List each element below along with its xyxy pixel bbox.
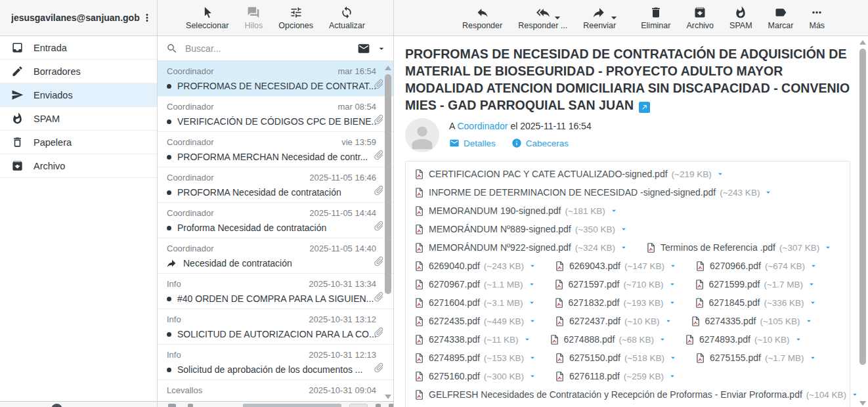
attachment-item[interactable]: 6275150.pdf(~518 KB)	[554, 349, 678, 367]
attachment-menu-caret-icon[interactable]	[527, 298, 536, 307]
attachment-item[interactable]: INFORME DE DETERMINACION DE NECESIDAD -s…	[414, 183, 773, 202]
message-row[interactable]: Coordinadorvie 13:59PROFORMA MERCHAN Nec…	[158, 132, 393, 167]
attachment-menu-caret-icon[interactable]	[523, 335, 532, 344]
archivo-button[interactable]: Archivo	[686, 6, 714, 30]
dropdown-caret-icon[interactable]	[551, 11, 559, 20]
attachment-item[interactable]: IMPORFACTORY Necesidades de Contratación…	[414, 404, 862, 407]
attachment-menu-caret-icon[interactable]	[619, 243, 628, 252]
sidebar-item-enviados[interactable]: Enviados	[0, 83, 157, 107]
scrollbar-thumb[interactable]	[859, 49, 866, 365]
sidebar-item-archivo[interactable]: Archivo	[0, 154, 157, 178]
seleccionar-button[interactable]: Seleccionar	[186, 6, 228, 30]
attachment-item[interactable]: 6271845.pdf(~336 KB)	[694, 293, 817, 312]
attachment-item[interactable]: 6270967.pdf(~1.1 MB)	[414, 275, 536, 293]
scroll-up-arrow[interactable]	[385, 66, 391, 70]
attachment-menu-caret-icon[interactable]	[664, 316, 673, 326]
mas-button[interactable]: Más	[809, 6, 825, 30]
responder-button[interactable]: Responder	[462, 6, 502, 30]
attachment-menu-caret-icon[interactable]	[528, 316, 537, 326]
attachment-item[interactable]: 6275160.pdf(~300 KB)	[414, 367, 537, 385]
attachment-item[interactable]: 6271604.pdf(~3.1 MB)	[414, 293, 536, 312]
scroll-down-arrow[interactable]	[385, 395, 391, 399]
message-list-scrollbar[interactable]	[384, 66, 392, 399]
message-row[interactable]: Lcevallos2025-10-31 09:04	[158, 380, 393, 401]
attachment-item[interactable]: 6269043.pdf(~147 KB)	[554, 257, 678, 275]
attachment-item[interactable]: 6274335.pdf(~105 KB)	[690, 312, 814, 330]
search-scope-caret-icon[interactable]	[376, 43, 387, 54]
recipient-link[interactable]: Coordinador	[457, 121, 508, 131]
attachment-item[interactable]: 6276118.pdf(~259 KB)	[554, 367, 677, 385]
attachment-menu-caret-icon[interactable]	[528, 261, 537, 270]
attachment-menu-caret-icon[interactable]	[668, 280, 677, 289]
attachment-item[interactable]: MEMORANDUM 190-signed.pdf(~181 KB)	[414, 202, 618, 220]
attachment-menu-caret-icon[interactable]	[668, 261, 678, 270]
attachment-menu-caret-icon[interactable]	[527, 280, 536, 289]
headers-link[interactable]: Cabeceras	[511, 138, 569, 148]
eliminar-button[interactable]: Eliminar	[641, 6, 670, 30]
attachment-item[interactable]: 6274888.pdf(~68 KB)	[549, 330, 668, 349]
details-link[interactable]: Detalles	[449, 138, 496, 148]
attachment-item[interactable]: 6274895.pdf(~153 KB)	[414, 349, 537, 367]
attachment-menu-caret-icon[interactable]	[528, 353, 537, 362]
attachment-item[interactable]: CERTIFICACION PAC Y CATE ACTUALIZADO-sig…	[414, 165, 725, 183]
attachment-menu-caret-icon[interactable]	[807, 280, 816, 289]
attachment-item[interactable]: 6269040.pdf(~243 KB)	[414, 257, 537, 275]
message-row[interactable]: Coordinadormar 16:54PROFROMAS DE NECESID…	[158, 61, 393, 96]
attachment-menu-caret-icon[interactable]	[804, 316, 814, 326]
sidebar-item-entrada[interactable]: Entrada	[0, 36, 157, 60]
attachment-item[interactable]: Terminos de Referencia .pdf(~307 KB)	[645, 238, 833, 257]
attachment-menu-caret-icon[interactable]	[823, 243, 833, 252]
attachment-menu-caret-icon[interactable]	[716, 169, 725, 179]
scrollbar-thumb[interactable]	[385, 74, 391, 294]
opciones-button[interactable]: Opciones	[278, 6, 313, 30]
marcar-button[interactable]: Marcar	[768, 6, 794, 30]
attachment-menu-caret-icon[interactable]	[764, 188, 773, 197]
dropdown-caret-icon[interactable]	[607, 11, 616, 20]
message-row[interactable]: Info2025-10-31 12:13Solicitud de aprobac…	[158, 345, 393, 380]
attachment-menu-caret-icon[interactable]	[619, 225, 628, 234]
attachment-item[interactable]: MEMORÁNDUM Nº922-signed.pdf(~324 KB)	[414, 238, 628, 257]
attachment-menu-caret-icon[interactable]	[528, 372, 537, 381]
message-row[interactable]: Info2025-10-31 13:34#40 ORDEN DE COMPRA …	[158, 274, 393, 309]
attachment-item[interactable]: 6272435.pdf(~449 KB)	[414, 312, 537, 330]
reenviar-button[interactable]: Reenviar	[583, 6, 616, 30]
attachment-menu-caret-icon[interactable]	[809, 261, 818, 270]
responder-button[interactable]: Responder ...	[518, 6, 567, 30]
scroll-down-arrow[interactable]	[859, 401, 866, 406]
attachment-item[interactable]: MEMORÁNDUM Nº889-signed.pdf(~350 KB)	[414, 220, 628, 238]
message-row[interactable]: Coordinadormar 08:54VERIFICACIÓN DE CÓDI…	[158, 96, 393, 132]
hilos-button[interactable]: Hilos	[244, 6, 263, 30]
sidebar-item-borradores[interactable]: Borradores	[0, 60, 157, 83]
spam-button[interactable]: SPAM	[729, 6, 752, 30]
attachment-menu-caret-icon[interactable]	[668, 372, 677, 381]
message-view-scrollbar[interactable]	[859, 40, 867, 406]
sidebar-item-papelera[interactable]: Papelera	[0, 131, 157, 154]
attachment-menu-caret-icon[interactable]	[668, 353, 678, 362]
sidebar-item-spam[interactable]: SPAM	[0, 107, 157, 131]
attachment-menu-caret-icon[interactable]	[794, 335, 803, 344]
attachment-menu-caret-icon[interactable]	[668, 298, 677, 307]
attachment-menu-caret-icon[interactable]	[808, 298, 817, 307]
attachment-item[interactable]: 6271597.pdf(~710 KB)	[553, 275, 677, 293]
actualizar-button[interactable]: Actualizar	[329, 6, 365, 30]
attachment-menu-caret-icon[interactable]	[850, 390, 859, 399]
account-menu-button[interactable]	[140, 11, 154, 25]
scroll-up-arrow[interactable]	[859, 40, 866, 45]
attachment-menu-caret-icon[interactable]	[658, 335, 667, 344]
message-row[interactable]: Info2025-10-31 13:12SOLICITUD DE AUTORIZ…	[158, 309, 393, 345]
attachment-item[interactable]: 6274338.pdf(~11 KB)	[414, 330, 532, 349]
attachment-menu-caret-icon[interactable]	[609, 206, 618, 215]
attachment-item[interactable]: 6275155.pdf(~1.7 MB)	[695, 349, 817, 367]
attachment-item[interactable]: 6274893.pdf(~10 KB)	[684, 330, 803, 349]
attachment-item[interactable]: 6270966.pdf(~674 KB)	[695, 257, 818, 275]
message-row[interactable]: Coordinador2025-11-05 14:44Proforma Nece…	[158, 203, 393, 238]
attachment-item[interactable]: 6271832.pdf(~193 KB)	[553, 293, 677, 312]
attachment-item[interactable]: 6271599.pdf(~1.7 MB)	[694, 275, 817, 293]
message-row[interactable]: Coordinador2025-11-05 16:46PROFORMA Nece…	[158, 167, 393, 203]
attachment-menu-caret-icon[interactable]	[808, 353, 817, 362]
open-in-new-window-icon[interactable]	[639, 102, 650, 113]
attachment-item[interactable]: 6272437.pdf(~10 KB)	[554, 312, 673, 330]
attachment-item[interactable]: GELFRESH Necesidades de Contratación y R…	[414, 385, 859, 404]
search-scope-mail-icon[interactable]	[357, 42, 370, 55]
message-row[interactable]: Coordinador2025-11-05 14:40Necesidad de …	[158, 238, 393, 274]
